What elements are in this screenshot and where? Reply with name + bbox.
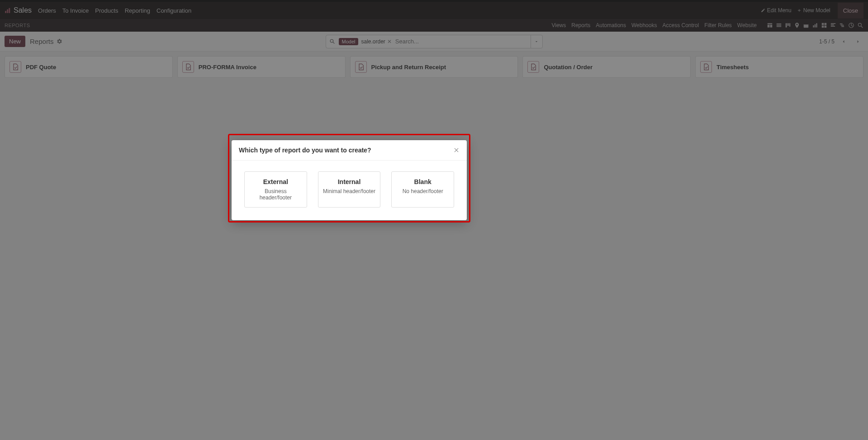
option-title: External xyxy=(248,178,303,185)
option-title: Blank xyxy=(395,178,450,185)
option-desc: Business header/footer xyxy=(248,188,303,201)
modal-title: Which type of report do you want to crea… xyxy=(239,147,371,154)
option-desc: No header/footer xyxy=(395,188,450,194)
modal-close-button[interactable] xyxy=(453,147,460,153)
report-type-blank[interactable]: Blank No header/footer xyxy=(391,171,454,208)
option-title: Internal xyxy=(322,178,377,185)
close-icon xyxy=(453,147,460,153)
create-report-modal: Which type of report do you want to crea… xyxy=(232,140,467,220)
report-type-external[interactable]: External Business header/footer xyxy=(244,171,307,208)
option-desc: Minimal header/footer xyxy=(322,188,377,194)
report-type-internal[interactable]: Internal Minimal header/footer xyxy=(318,171,381,208)
